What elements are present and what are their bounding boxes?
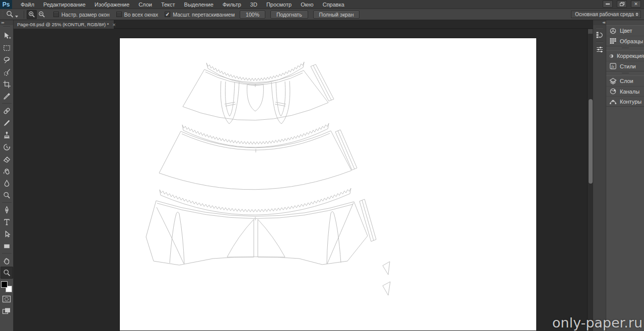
close-button[interactable]: ✕ (631, 1, 641, 8)
canvas[interactable] (14, 29, 593, 331)
document-tab-title: Page-08.psd @ 25% (KONTUR, RGB/8#) * (17, 22, 109, 27)
vertical-scrollbar[interactable] (587, 29, 593, 331)
tool-preset-button[interactable] (6, 10, 18, 19)
checkbox-scrubby-zoom[interactable]: ✓ Масшт. перетаскиванием (165, 12, 235, 18)
checkbox-all-windows[interactable]: Во всех окнах (116, 12, 159, 18)
lasso-tool[interactable] (1, 54, 13, 66)
clone-stamp-tool[interactable] (1, 129, 13, 141)
checkbox-box[interactable]: ✓ (165, 12, 170, 17)
panel-grip[interactable] (596, 27, 603, 28)
options-grip[interactable] (2, 11, 4, 18)
blur-tool[interactable] (1, 177, 13, 189)
pattern-band-bottom (146, 201, 368, 265)
menu-filter[interactable]: Фильтр (218, 0, 246, 9)
path-selection-tool-icon (3, 230, 11, 238)
fit-screen-button[interactable]: Подогнать (270, 11, 308, 19)
tools-grip[interactable] (3, 27, 10, 28)
menu-edit[interactable]: Редактирование (39, 0, 90, 9)
scrollbar-corner (588, 29, 593, 34)
menu-3d[interactable]: 3D (246, 0, 262, 9)
crop-tool[interactable] (1, 78, 13, 90)
tool-separator (2, 253, 12, 254)
menu-window[interactable]: Окно (296, 0, 318, 9)
pattern-band-middle (159, 131, 351, 190)
foreground-color-swatch[interactable] (1, 281, 8, 288)
document-page[interactable] (120, 38, 536, 330)
checkbox-resize-windows[interactable]: Настр. размер окон (53, 12, 110, 18)
checkbox-box[interactable] (116, 12, 122, 17)
spot-healing-brush-tool[interactable] (1, 105, 13, 117)
pattern-artwork (120, 38, 536, 330)
brush-tool[interactable] (1, 117, 13, 129)
dock-collapse-chevron[interactable]: ◂◂ (593, 20, 606, 25)
panel-grip[interactable] (622, 48, 629, 49)
color-swatches[interactable] (1, 281, 13, 293)
panel-gap (606, 46, 644, 50)
type-tool[interactable] (1, 216, 13, 228)
path-selection-tool[interactable] (1, 228, 13, 240)
tab-close-icon[interactable]: × (112, 22, 115, 27)
panel-channels[interactable]: Каналы (606, 86, 644, 96)
eraser-tool-icon (3, 155, 11, 163)
quick-mask-button[interactable] (1, 293, 13, 305)
properties-panel-button[interactable] (594, 44, 605, 54)
scrollbar-thumb[interactable] (589, 99, 593, 184)
dodge-tool[interactable] (1, 189, 13, 201)
panel-styles[interactable]: fx Стили (606, 61, 644, 71)
menu-type[interactable]: Текст (157, 0, 180, 9)
type-tool-icon (3, 218, 11, 226)
quick-selection-tool[interactable] (1, 66, 13, 78)
chevron-down-icon (15, 16, 18, 18)
collapsed-panels: Цвет Образцы (606, 20, 644, 331)
menu-help[interactable]: Справка (318, 0, 349, 9)
panel-group-color: Цвет Образцы (606, 25, 644, 46)
window-controls: ✕ (603, 1, 641, 8)
zoom-tool[interactable] (1, 267, 13, 279)
minimize-button[interactable] (603, 1, 613, 8)
eyedropper-tool[interactable] (1, 90, 13, 102)
workspace-switcher[interactable]: Основная рабочая среда (571, 11, 641, 18)
small-triangle-2 (383, 282, 390, 295)
pen-tool[interactable] (1, 204, 13, 216)
zoom-in-button[interactable] (27, 10, 37, 19)
rectangle-tool-icon (3, 242, 11, 251)
eraser-tool[interactable] (1, 153, 13, 165)
workspace-updown-icon (635, 13, 638, 16)
panel-swatches[interactable]: Образцы (606, 36, 644, 46)
menu-select[interactable]: Выделение (180, 0, 218, 9)
zoom-tool-icon (6, 10, 14, 19)
layers-panel-icon (609, 77, 617, 85)
move-tool[interactable] (1, 30, 13, 42)
healing-brush-tool-icon (3, 107, 11, 115)
panel-grip[interactable] (622, 73, 629, 74)
panel-color[interactable]: Цвет (606, 26, 644, 36)
zoom-out-button[interactable] (37, 10, 47, 19)
actual-pixels-button[interactable]: 100% (240, 11, 265, 19)
tool-separator (2, 202, 12, 203)
channels-panel-icon (609, 88, 617, 95)
panel-paths[interactable]: Контуры (606, 96, 644, 106)
screen-mode-button[interactable] (1, 305, 13, 317)
restore-button[interactable] (617, 1, 627, 8)
panel-label: Коррекция (617, 53, 644, 59)
panel-adjustments[interactable]: Коррекция (606, 51, 644, 61)
history-brush-tool[interactable] (1, 141, 13, 153)
document-tab-bar: Page-08.psd @ 25% (KONTUR, RGB/8#) * × (14, 20, 593, 29)
paint-bucket-tool[interactable] (1, 165, 13, 177)
panel-grip[interactable] (596, 42, 603, 43)
history-panel-button[interactable] (594, 30, 605, 40)
rectangle-shape-tool[interactable] (1, 240, 13, 252)
document-tab[interactable]: Page-08.psd @ 25% (KONTUR, RGB/8#) * × (14, 20, 114, 29)
menu-file[interactable]: Файл (16, 0, 39, 9)
panel-layers[interactable]: Слои (606, 76, 644, 86)
hand-tool[interactable] (1, 255, 13, 267)
rectangular-marquee-tool[interactable] (1, 42, 13, 54)
menu-layers[interactable]: Слои (134, 0, 157, 9)
menu-view[interactable]: Просмотр (262, 0, 296, 9)
tools-collapse-chevron[interactable]: ▸▸ (0, 20, 13, 25)
watermark: only-paper.ru (552, 315, 642, 330)
fill-screen-button[interactable]: Полный экран (313, 11, 360, 19)
menu-image[interactable]: Изображение (90, 0, 134, 9)
pen-tool-icon (3, 206, 11, 214)
checkbox-box[interactable] (53, 12, 59, 17)
